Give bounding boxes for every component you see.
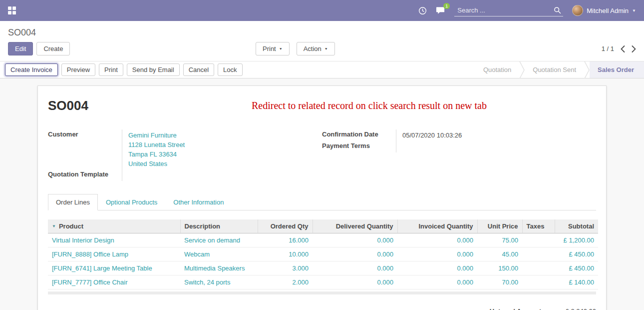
column-header-delivered-quantity[interactable]: Delivered Quantity: [313, 220, 397, 234]
cell-product: [FURN_8888] Office Lamp: [48, 248, 180, 262]
user-menu[interactable]: Mitchell Admin ▼: [572, 5, 636, 16]
status-step-sales-order[interactable]: Sales Order: [590, 62, 644, 78]
cell-subtotal: £ 140.00: [555, 276, 598, 290]
cell-delivered_qty: 0.000: [313, 276, 397, 290]
cell-product: [FURN_6741] Large Meeting Table: [48, 262, 180, 276]
pager-next-button[interactable]: [632, 46, 636, 52]
cell-taxes: [522, 262, 555, 276]
customer-value[interactable]: Gemini Furniture1128 Lunetta StreetTampa…: [122, 130, 322, 170]
cell-invoiced_qty: 0.000: [397, 234, 477, 248]
confirmation-date-field: Confirmation Date 05/07/2020 10:03:26: [322, 130, 596, 141]
column-header-label: Unit Price: [488, 222, 518, 230]
messages-icon[interactable]: 1: [436, 6, 445, 14]
action-menus: Print▼ Action▼: [256, 42, 335, 56]
cell-taxes: [522, 276, 555, 290]
column-header-taxes[interactable]: Taxes: [522, 220, 555, 234]
cell-description: Webcam: [180, 248, 258, 262]
cell-unit_price: 75.00: [477, 234, 522, 248]
column-header-label: Ordered Qty: [271, 222, 309, 230]
cell-unit_price: 70.00: [477, 276, 522, 290]
column-header-label: Subtotal: [568, 222, 594, 230]
cell-taxes: [522, 234, 555, 248]
cell-ordered_qty: 16.000: [258, 234, 313, 248]
untaxed-amount-label: Untaxed Amount:: [490, 308, 544, 310]
print-menu-label: Print: [263, 45, 276, 52]
cell-ordered_qty: 3.000: [258, 262, 313, 276]
form-view-container: SO004 Redirect to related record on clic…: [0, 78, 644, 310]
order-line-row[interactable]: [FURN_6741] Large Meeting TableMultimedi…: [48, 262, 598, 276]
column-header-product[interactable]: ▼Product: [48, 220, 180, 234]
send-by-email-button[interactable]: Send by Email: [127, 64, 180, 76]
top-navbar: 1 Mitchell Admin ▼: [0, 0, 644, 21]
tab-other-information[interactable]: Other Information: [165, 194, 232, 210]
pager-previous-button[interactable]: [621, 46, 625, 52]
pager-value: 1 / 1: [602, 45, 614, 52]
chevron-down-icon: ▼: [324, 47, 328, 50]
search-icon[interactable]: [554, 6, 561, 14]
column-header-subtotal[interactable]: Subtotal: [555, 220, 598, 234]
cancel-button[interactable]: Cancel: [183, 64, 214, 76]
column-header-label: Description: [185, 222, 221, 230]
column-header-invoiced-quantity[interactable]: Invoiced Quantity: [397, 220, 477, 234]
print-button[interactable]: Print: [99, 64, 123, 76]
field-group: Customer Gemini Furniture1128 Lunetta St…: [48, 130, 596, 181]
preview-button[interactable]: Preview: [61, 64, 95, 76]
apps-menu-icon[interactable]: [8, 6, 16, 15]
column-header-description[interactable]: Description: [180, 220, 258, 234]
cell-invoiced_qty: 0.000: [397, 276, 477, 290]
cell-subtotal: £ 450.00: [555, 262, 598, 276]
print-menu-button[interactable]: Print▼: [256, 42, 290, 56]
column-header-label: Delivered Quantity: [336, 222, 393, 230]
action-menu-label: Action: [304, 45, 322, 52]
navbar-systray: 1 Mitchell Admin ▼: [418, 4, 636, 16]
quotation-template-value[interactable]: [122, 170, 322, 181]
annotation-text: Redirect to related record on click sear…: [252, 100, 487, 112]
record-buttons: Edit Create: [8, 42, 70, 56]
confirmation-date-label: Confirmation Date: [322, 130, 396, 141]
cell-description: Service on demand: [180, 234, 258, 248]
cell-invoiced_qty: 0.000: [397, 248, 477, 262]
cell-unit_price: 150.00: [477, 262, 522, 276]
chevron-down-icon: ▼: [279, 47, 283, 50]
order-line-row[interactable]: [FURN_8888] Office LampWebcam10.0000.000…: [48, 248, 598, 262]
create-invoice-button[interactable]: Create Invoice: [5, 64, 58, 76]
customer-label: Customer: [48, 130, 122, 170]
pager: 1 / 1: [602, 45, 636, 52]
payment-terms-label: Payment Terms: [322, 141, 396, 152]
cell-unit_price: 45.00: [477, 248, 522, 262]
tab-order-lines[interactable]: Order Lines: [48, 194, 98, 210]
create-button[interactable]: Create: [36, 42, 70, 56]
order-line-row[interactable]: Virtual Interior DesignService on demand…: [48, 234, 598, 248]
cell-product: [FURN_7777] Office Chair: [48, 276, 180, 290]
cell-taxes: [522, 248, 555, 262]
avatar: [572, 5, 583, 16]
lock-button[interactable]: Lock: [218, 64, 242, 76]
order-line-row[interactable]: [FURN_7777] Office ChairSwitch, 24 ports…: [48, 276, 598, 290]
cell-description: Multimedia Speakers: [180, 262, 258, 276]
cell-product: Virtual Interior Design: [48, 234, 180, 248]
status-step-quotation[interactable]: Quotation: [475, 62, 519, 78]
column-header-unit-price[interactable]: Unit Price: [477, 220, 522, 234]
column-header-ordered-qty[interactable]: Ordered Qty: [258, 220, 313, 234]
edit-button[interactable]: Edit: [8, 42, 33, 56]
activities-icon[interactable]: [418, 6, 427, 15]
statusbar-states: QuotationQuotation SentSales Order: [475, 62, 644, 78]
status-step-quotation-sent[interactable]: Quotation Sent: [525, 62, 584, 78]
payment-terms-value[interactable]: [396, 141, 596, 152]
totals: Untaxed Amount: £ 2,240.00: [48, 308, 596, 310]
field-group-right: Confirmation Date 05/07/2020 10:03:26 Pa…: [322, 130, 596, 181]
user-name: Mitchell Admin: [587, 7, 629, 14]
statusbar: Create InvoicePreviewPrintSend by EmailC…: [0, 61, 644, 78]
field-group-left: Customer Gemini Furniture1128 Lunetta St…: [48, 130, 322, 181]
customer-address-line: 1128 Lunetta Street: [128, 140, 322, 150]
form-sheet: SO004 Redirect to related record on clic…: [37, 86, 607, 310]
chevron-down-icon: ▼: [632, 8, 636, 13]
quotation-template-field: Quotation Template: [48, 170, 322, 181]
untaxed-amount-value: £ 2,240.00: [566, 308, 596, 310]
search-input[interactable]: [456, 6, 554, 14]
customer-field: Customer Gemini Furniture1128 Lunetta St…: [48, 130, 322, 170]
cell-delivered_qty: 0.000: [313, 234, 397, 248]
action-menu-button[interactable]: Action▼: [297, 42, 335, 56]
tab-optional-products[interactable]: Optional Products: [98, 194, 165, 210]
order-lines-table: ▼ProductDescriptionOrdered QtyDelivered …: [48, 220, 598, 290]
